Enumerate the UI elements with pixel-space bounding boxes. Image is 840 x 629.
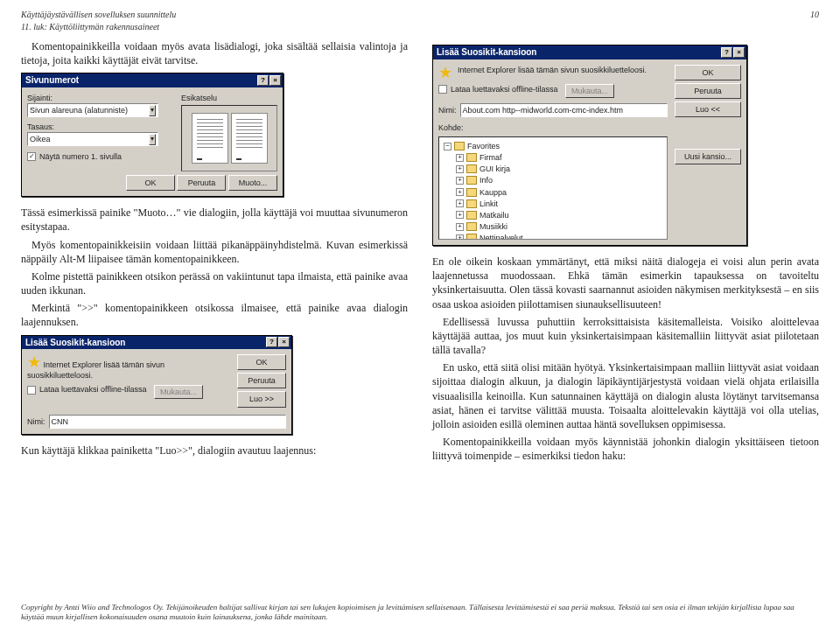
ok-button[interactable]: OK — [237, 354, 286, 370]
name-label: Nimi: — [27, 416, 46, 427]
name-label: Nimi: — [438, 105, 457, 115]
ok-button[interactable]: OK — [126, 175, 175, 191]
right-p3: En usko, että siitä olisi mitään hyötyä.… — [432, 360, 819, 431]
right-p2: Edellisessä luvussa puhuttiin kerroksitt… — [432, 315, 819, 358]
add-favorite-small-dialog: Lisää Suosikit-kansioon ? × ★ Internet E… — [21, 335, 292, 435]
tree-node[interactable]: Matkailu — [480, 210, 509, 220]
offline-label: Lataa luettavaksi offline-tilassa — [39, 384, 146, 395]
cancel-button[interactable]: Peruuta — [177, 175, 226, 191]
customize-button: Mukauta... — [154, 385, 203, 399]
help-icon[interactable]: ? — [257, 75, 269, 86]
tree-node[interactable]: Info — [480, 175, 493, 185]
tree-node[interactable]: Firmaf — [480, 152, 502, 163]
customize-button: Mukauta... — [565, 84, 614, 98]
sijainti-dropdown[interactable]: Sivun alareuna (alatunniste) — [27, 103, 158, 117]
tasaus-dropdown[interactable]: Oikea — [27, 132, 158, 146]
show-first-page-label: Näytä numero 1. sivulla — [39, 151, 122, 162]
left-p1: Komentopainikkeilla voidaan myös avata l… — [21, 39, 408, 67]
ok-button[interactable]: OK — [675, 65, 741, 80]
star-icon: ★ — [438, 65, 452, 80]
preview-label: Esikatselu — [181, 93, 277, 103]
close-icon[interactable]: × — [270, 75, 281, 86]
doc-header: Käyttäjäystävällisen sovelluksen suunnit… — [21, 9, 819, 32]
left-p5: Merkintä ">>" komentopainikkeen otsikoss… — [21, 301, 408, 329]
create-collapse-button[interactable]: Luo << — [675, 101, 741, 117]
offline-checkbox[interactable]: Lataa luettavaksi offline-tilassa — [438, 84, 557, 94]
help-icon[interactable]: ? — [266, 337, 277, 347]
tree-node[interactable]: Nettipalvelut — [480, 233, 523, 240]
left-column: Komentopainikkeilla voidaan myös avata l… — [21, 39, 408, 467]
cancel-button[interactable]: Peruuta — [237, 373, 286, 388]
page-numbers-dialog: Sivunumerot ? × Sijainti: Sivun alareuna… — [21, 73, 284, 197]
add-favorite-big-title: Lisää Suosikit-kansioon — [437, 46, 536, 59]
left-p3: Myös komentopainikkeisiin voidaan liittä… — [21, 238, 408, 266]
fav-big-desc: Internet Explorer lisää tämän sivun suos… — [458, 65, 647, 80]
add-favorite-small-title: Lisää Suosikit-kansioon — [25, 337, 125, 349]
tree-node[interactable]: Kauppa — [480, 187, 507, 198]
page-number: 10 — [810, 9, 819, 32]
cancel-button[interactable]: Peruuta — [675, 83, 741, 99]
sijainti-label: Sijainti: — [27, 93, 171, 103]
show-first-page-checkbox[interactable]: ✓ Näytä numero 1. sivulla — [27, 151, 122, 162]
right-p4: Komentopainikkeilla voidaan myös käynnis… — [432, 435, 819, 463]
left-p2: Tässä esimerkissä painike "Muoto…" vie d… — [21, 206, 408, 234]
tree-node[interactable]: Linkit — [480, 199, 498, 209]
header-line2: 11. luk: Käyttöliittymän rakennusaineet — [21, 21, 176, 33]
offline-label: Lataa luettavaksi offline-tilassa — [451, 84, 557, 94]
right-column: Lisää Suosikit-kansioon ? × ★ Internet E… — [432, 39, 819, 467]
left-p4: Kolme pistettä painikkeen otsikon peräss… — [21, 269, 408, 297]
page-numbers-title: Sivunumerot — [25, 74, 79, 87]
copyright-footer: Copyright by Antti Wiio and Technologos … — [21, 603, 819, 623]
left-p6: Kun käyttäjä klikkaa painiketta "Luo>>",… — [21, 444, 408, 458]
create-expand-button[interactable]: Luo >> — [237, 391, 286, 407]
help-icon[interactable]: ? — [721, 47, 732, 58]
close-icon[interactable]: × — [278, 337, 290, 347]
target-label: Kohde: — [438, 123, 464, 132]
tree-node[interactable]: Musiikki — [480, 221, 508, 232]
name-field[interactable]: About.com http--midworld.com-cmc-index.h… — [460, 103, 668, 117]
offline-checkbox[interactable]: Lataa luettavaksi offline-tilassa — [27, 384, 146, 395]
star-icon: ★ — [27, 353, 41, 371]
tree-node[interactable]: Favorites — [467, 141, 500, 151]
tasaus-label: Tasaus: — [27, 122, 171, 132]
folder-tree[interactable]: −Favorites +Firmaf +GUI kirja +Info +Kau… — [438, 136, 668, 240]
close-icon[interactable]: × — [733, 47, 745, 58]
new-folder-button[interactable]: Uusi kansio... — [675, 149, 741, 164]
right-p1: En ole oikein koskaan ymmärtänyt, että m… — [432, 255, 819, 311]
add-favorite-big-dialog: Lisää Suosikit-kansioon ? × ★ Internet E… — [432, 45, 747, 246]
tree-node[interactable]: GUI kirja — [480, 164, 510, 174]
preview-pane — [181, 105, 277, 171]
fav-small-desc: Internet Explorer lisää tämän sivun suos… — [27, 360, 164, 380]
name-field[interactable]: CNN — [49, 415, 287, 429]
format-button[interactable]: Muoto... — [228, 175, 277, 191]
header-line1: Käyttäjäystävällisen sovelluksen suunnit… — [21, 9, 176, 21]
